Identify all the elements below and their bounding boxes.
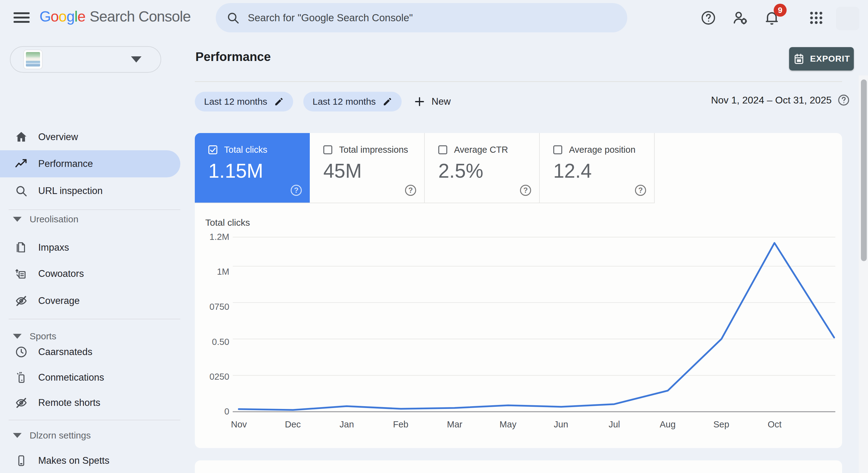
clicks-line-chart[interactable]	[233, 237, 835, 412]
smartphone-icon	[14, 453, 28, 468]
x-axis-tick: May	[487, 419, 530, 430]
chart-legend: Total clicks	[205, 217, 250, 228]
sidebar-item-remote-shorts[interactable]: Remote shorts	[0, 389, 180, 416]
plus-icon	[414, 96, 425, 107]
x-axis-tick: Sep	[700, 419, 743, 430]
x-axis-tick: Jan	[325, 419, 368, 430]
header-divider	[195, 81, 842, 82]
app-logo: Google Search Console	[39, 8, 190, 25]
filter-chip-compare[interactable]: Last 12 months	[303, 92, 402, 111]
checkbox-unchecked-icon[interactable]	[553, 145, 562, 154]
x-axis-tick: Nov	[217, 419, 260, 430]
metric-card-total-clicks[interactable]: Total clicks 1.15M ?	[195, 133, 310, 203]
search-icon	[226, 11, 240, 25]
avatar[interactable]	[836, 7, 859, 30]
search-placeholder: Search for "Google Search Console"	[248, 12, 413, 24]
search-input[interactable]: Search for "Google Search Console"	[216, 3, 627, 32]
menu-icon[interactable]	[13, 10, 30, 25]
help-button[interactable]	[699, 9, 718, 27]
sidebar-item-cowoators[interactable]: Cowoators	[0, 260, 180, 287]
sidebar-item-caarsnateds[interactable]: Caarsnateds	[0, 338, 180, 366]
y-axis-tick: 1M	[195, 267, 229, 277]
product-name: Search Console	[90, 8, 191, 25]
sidebar-item-impaxs[interactable]: Impaxs	[0, 234, 180, 261]
help-icon[interactable]: ?	[405, 185, 416, 196]
search-icon	[14, 184, 28, 198]
filter-chip-date[interactable]: Last 12 months	[195, 92, 293, 111]
clock-icon	[14, 345, 28, 359]
sidebar-item-makes-on-spetts[interactable]: Makes on Spetts	[0, 447, 180, 473]
sidebar-section-ureolisation[interactable]: Ureolisation	[0, 208, 180, 230]
next-section-panel	[195, 460, 842, 473]
y-axis-tick: 0.50	[195, 337, 229, 347]
device-upload-icon	[14, 370, 28, 384]
chevron-down-icon	[13, 433, 22, 438]
x-axis-tick: Feb	[379, 419, 422, 430]
metric-card-average-ctr[interactable]: Average CTR 2.5% ?	[425, 133, 540, 203]
chevron-down-icon	[131, 56, 142, 63]
help-icon[interactable]: ?	[520, 185, 531, 196]
scrollbar-thumb[interactable]	[861, 79, 867, 261]
x-axis-tick: Jun	[539, 419, 583, 430]
top-app-bar: Google Search Console Search for "Google…	[0, 0, 868, 35]
y-axis-tick: 1.2M	[195, 232, 229, 242]
apps-grid-icon[interactable]	[807, 9, 826, 27]
property-selector[interactable]	[10, 46, 161, 73]
sidebar-item-performance[interactable]: Performance	[0, 150, 180, 177]
edit-pencil-icon	[274, 97, 284, 106]
x-axis-tick: Oct	[753, 419, 796, 430]
clicks-chart: Total clicks 1.2M 1M 0750 0.50 0250 0 No…	[195, 203, 842, 448]
property-thumbnail	[24, 49, 42, 69]
sidebar: Overview Performance URL inspection Ureo…	[0, 35, 180, 473]
y-axis-tick: 0	[195, 406, 229, 417]
metric-card-total-impressions[interactable]: Total impressions 45M ?	[310, 133, 425, 203]
chevron-down-icon	[13, 334, 22, 339]
help-icon[interactable]: ?	[635, 185, 646, 196]
metric-value: 1.15M	[208, 160, 263, 182]
checkbox-unchecked-icon[interactable]	[438, 145, 447, 154]
metric-cards-row: Total clicks 1.15M ? Total impressions 4…	[195, 133, 842, 203]
sidebar-item-url-inspection[interactable]: URL inspection	[0, 177, 180, 204]
eye-slash-icon	[14, 294, 28, 308]
x-axis-tick: Aug	[646, 419, 689, 430]
metric-value: 45M	[323, 160, 362, 182]
checkbox-unchecked-icon[interactable]	[323, 145, 332, 154]
date-range: Nov 1, 2024 – Oct 31, 2025	[711, 94, 850, 106]
y-axis-tick: 0250	[195, 372, 229, 382]
sidebar-item-overview[interactable]: Overview	[0, 124, 180, 150]
help-icon[interactable]: ?	[291, 185, 302, 196]
home-icon	[14, 130, 28, 144]
export-button[interactable]: EXPORIT	[789, 47, 854, 70]
document-icon	[14, 240, 28, 255]
trending-up-icon	[14, 157, 28, 171]
document-arrow-icon	[14, 267, 28, 281]
metric-value: 2.5%	[438, 160, 483, 182]
sidebar-section-dlzorn-settings[interactable]: Dlzorn settings	[0, 425, 180, 446]
checkbox-checked-icon[interactable]	[208, 145, 217, 154]
edit-pencil-icon	[382, 97, 393, 106]
chevron-down-icon	[13, 217, 22, 222]
metric-card-average-position[interactable]: Average position 12.4 ?	[540, 133, 655, 203]
performance-panel: Total clicks 1.15M ? Total impressions 4…	[195, 133, 842, 448]
sidebar-divider	[9, 420, 180, 420]
x-axis-tick: Dec	[271, 419, 314, 430]
y-axis-tick: 0750	[195, 302, 229, 312]
manage-accounts-button[interactable]	[731, 9, 749, 27]
calendar-icon	[793, 53, 805, 65]
sidebar-item-coverage[interactable]: Coverage	[0, 287, 180, 314]
help-icon[interactable]	[837, 94, 850, 106]
sidebar-divider	[9, 319, 180, 319]
metric-value: 12.4	[553, 160, 592, 182]
google-logo: Google	[39, 8, 85, 25]
date-range-text: Nov 1, 2024 – Oct 31, 2025	[711, 95, 832, 106]
sidebar-item-conmetications[interactable]: Conmetications	[0, 364, 180, 391]
eye-slash-icon	[14, 396, 28, 410]
page-title: Performance	[195, 50, 271, 64]
new-filter-button[interactable]: New	[414, 92, 451, 111]
x-axis-tick: Mar	[433, 419, 476, 430]
x-axis-tick: Jul	[593, 419, 636, 430]
notification-badge: 9	[774, 4, 786, 16]
notifications-button[interactable]: 9	[763, 9, 781, 27]
